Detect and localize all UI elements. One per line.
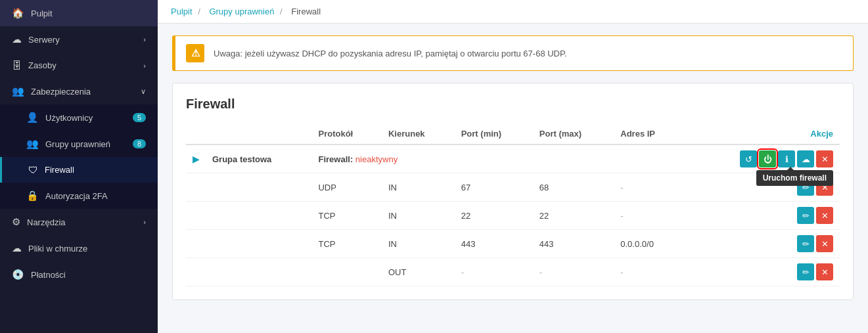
group-chevron[interactable]: ▶	[186, 144, 206, 173]
breadcrumb-pulpit[interactable]: Pulpit	[171, 7, 193, 16]
payment-icon: 💿	[12, 269, 24, 280]
alert-icon: ⚠	[186, 44, 204, 62]
row-port-max: 22	[533, 202, 614, 230]
sidebar-item-label: Zasoby	[28, 60, 57, 70]
row-address: -	[614, 202, 684, 230]
cloud-button[interactable]: ☁	[797, 150, 814, 167]
chevron-right-icon: ▶	[193, 154, 199, 164]
main-content: Pulpit / Grupy uprawnień / Firewall ⚠ Uw…	[158, 0, 868, 333]
gear-icon: ⚙	[12, 216, 20, 228]
security-icon: 👥	[12, 85, 24, 97]
edit-button[interactable]: ✏	[797, 207, 814, 224]
row-name	[206, 202, 311, 230]
home-icon: 🏠	[12, 7, 24, 19]
sidebar-item-serwery[interactable]: ☁ Serwery ›	[0, 26, 158, 53]
col-name	[206, 123, 311, 144]
sidebar-item-uzytkownicy[interactable]: 👤 Użytkownicy 5	[0, 104, 158, 131]
firewall-panel: Firewall Protokół Kierunek Port (min) Po…	[172, 83, 854, 300]
row-direction: IN	[382, 230, 455, 258]
row-expand	[186, 258, 206, 286]
sidebar-item-autoryzacja2fa[interactable]: 🔒 Autoryzacja 2FA	[0, 183, 158, 209]
power-button[interactable]: ⏻	[759, 150, 776, 167]
delete-group-button[interactable]: ✕	[816, 150, 833, 167]
row-port-max: -	[533, 258, 614, 286]
status-badge: nieaktywny	[355, 154, 398, 164]
row-actions: ✏ ✕	[684, 230, 840, 258]
row-protocol: TCP	[311, 230, 381, 258]
row-expand	[186, 173, 206, 202]
sidebar-item-zasoby[interactable]: 🗄 Zasoby ›	[0, 53, 158, 78]
action-buttons: ✏ ✕	[691, 207, 833, 224]
row-port-min: 22	[455, 202, 533, 230]
delete-button[interactable]: ✕	[816, 235, 833, 252]
edit-button[interactable]: ✏	[797, 263, 814, 280]
shield-icon: 🛡	[28, 164, 38, 175]
action-buttons: ✏ ✕	[691, 263, 833, 280]
row-port-min: 67	[455, 173, 533, 202]
row-name	[206, 258, 311, 286]
group-icon: 👥	[26, 138, 39, 150]
row-port-max: 443	[533, 230, 614, 258]
alert-text: Uwaga: jeżeli używasz DHCP do pozyskania…	[214, 49, 567, 58]
row-address: -	[614, 173, 684, 202]
sidebar-item-platnosci[interactable]: 💿 Płatności	[0, 261, 158, 288]
row-name	[206, 230, 311, 258]
table-group-row: ▶ Grupa testowa Firewall: nieaktywny ↺	[186, 144, 840, 173]
badge-uzytkownicy: 5	[133, 113, 146, 122]
col-port-max: Port (max)	[533, 123, 614, 144]
row-port-max: 68	[533, 173, 614, 202]
sidebar-item-grupy[interactable]: 👥 Grupy uprawnień 8	[0, 131, 158, 157]
action-buttons: ↺ ⏻ ℹ ☁ ✕ Uruchom firewall	[691, 150, 833, 167]
sidebar-item-label: Pliki w chmurze	[28, 244, 87, 254]
delete-button[interactable]: ✕	[816, 207, 833, 224]
row-address: 0.0.0.0/0	[614, 230, 684, 258]
col-direction: Kierunek	[382, 123, 455, 144]
sidebar-item-narzedzia[interactable]: ⚙ Narzędzia ›	[0, 209, 158, 235]
row-protocol	[311, 258, 381, 286]
edit-button[interactable]: ✏	[797, 235, 814, 252]
col-address: Adres IP	[614, 123, 684, 144]
sidebar-item-label: Autoryzacja 2FA	[45, 191, 108, 201]
table-row: TCP IN 22 22 - ✏ ✕	[186, 202, 840, 230]
col-expand	[186, 123, 206, 144]
group-status: Firewall: nieaktywny	[311, 144, 683, 173]
row-direction: IN	[382, 173, 455, 202]
delete-button[interactable]: ✕	[816, 263, 833, 280]
sidebar-item-label: Serwery	[28, 35, 60, 45]
sidebar-item-label: Firewall	[45, 165, 74, 175]
breadcrumb: Pulpit / Grupy uprawnień / Firewall	[171, 7, 324, 16]
table-row: OUT - - - ✏ ✕	[186, 258, 840, 286]
sidebar-submenu: 👤 Użytkownicy 5 👥 Grupy uprawnień 8 🛡 Fi…	[0, 104, 158, 209]
row-name	[206, 173, 311, 202]
action-buttons: ✏ ✕	[691, 235, 833, 252]
row-expand	[186, 230, 206, 258]
refresh-button[interactable]: ↺	[740, 150, 757, 167]
row-expand	[186, 202, 206, 230]
lock-icon: 🔒	[26, 190, 39, 202]
sidebar-item-pulpit[interactable]: 🏠 Pulpit	[0, 0, 158, 26]
content-area: ⚠ Uwaga: jeżeli używasz DHCP do pozyskan…	[158, 24, 868, 333]
row-port-min: -	[455, 258, 533, 286]
tooltip-uruchom: Uruchom firewall	[756, 170, 833, 186]
sidebar-item-firewall[interactable]: 🛡 Firewall	[0, 157, 158, 183]
sidebar-item-pliki[interactable]: ☁ Pliki w chmurze	[0, 235, 158, 261]
row-protocol: TCP	[311, 202, 381, 230]
col-actions: Akcje	[684, 123, 840, 144]
chevron-right-icon: ›	[143, 35, 146, 43]
row-address: -	[614, 258, 684, 286]
alert-box: ⚠ Uwaga: jeżeli używasz DHCP do pozyskan…	[172, 35, 854, 71]
cloud-files-icon: ☁	[12, 242, 22, 254]
sidebar-item-zabezpieczenia[interactable]: 👥 Zabezpieczenia ∨	[0, 78, 158, 104]
info-button[interactable]: ℹ	[778, 150, 795, 167]
row-port-min: 443	[455, 230, 533, 258]
database-icon: 🗄	[12, 60, 22, 71]
table-row: TCP IN 443 443 0.0.0.0/0 ✏ ✕	[186, 230, 840, 258]
breadcrumb-current: Firewall	[291, 7, 321, 16]
breadcrumb-grupy[interactable]: Grupy uprawnień	[209, 7, 274, 16]
row-direction: IN	[382, 202, 455, 230]
row-direction: OUT	[382, 258, 455, 286]
row-actions: ✏ ✕	[684, 258, 840, 286]
chevron-right-icon: ›	[143, 62, 146, 70]
sidebar-item-label: Płatności	[31, 270, 66, 280]
sidebar-item-label: Zabezpieczenia	[31, 87, 91, 97]
